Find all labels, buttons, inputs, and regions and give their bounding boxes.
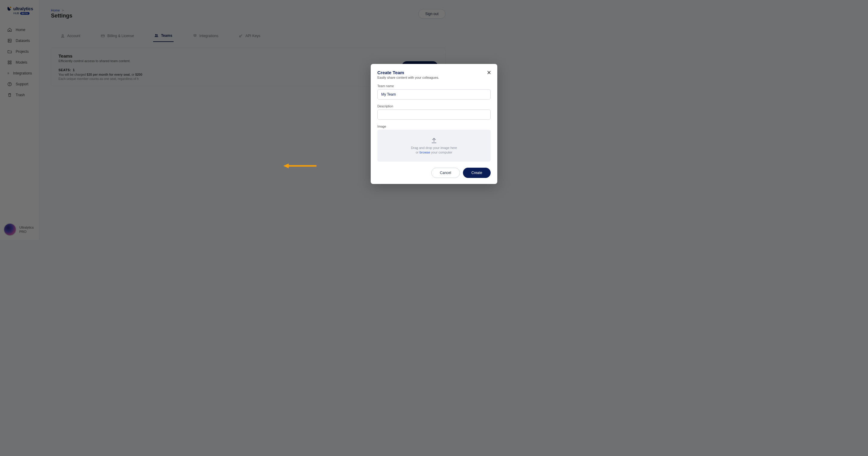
close-icon[interactable]: ✕ <box>487 70 491 76</box>
cancel-button[interactable]: Cancel <box>431 168 460 178</box>
dropzone-text: Drag and drop your image here or browse … <box>411 146 457 155</box>
image-dropzone[interactable]: Drag and drop your image here or browse … <box>377 130 491 162</box>
arrow-annotation <box>283 163 316 169</box>
image-label: Image <box>377 124 491 128</box>
upload-icon <box>430 137 438 144</box>
drop-tail: your computer <box>430 150 452 154</box>
description-label: Description <box>377 104 491 108</box>
team-name-input[interactable] <box>377 89 491 99</box>
browse-link[interactable]: browse <box>420 150 430 154</box>
drop-or: or <box>415 150 420 154</box>
modal-title: Create Team <box>377 70 491 75</box>
create-button[interactable]: Create <box>463 168 491 178</box>
modal-subtitle: Easily share content with your colleague… <box>377 76 491 79</box>
create-team-modal: ✕ Create Team Easily share content with … <box>371 64 497 184</box>
svg-marker-18 <box>283 164 289 168</box>
team-name-label: Team name <box>377 84 491 88</box>
modal-actions: Cancel Create <box>377 168 491 178</box>
modal-overlay: ✕ Create Team Easily share content with … <box>0 0 868 456</box>
drop-line1: Drag and drop your image here <box>411 146 457 150</box>
description-input[interactable] <box>377 110 491 120</box>
